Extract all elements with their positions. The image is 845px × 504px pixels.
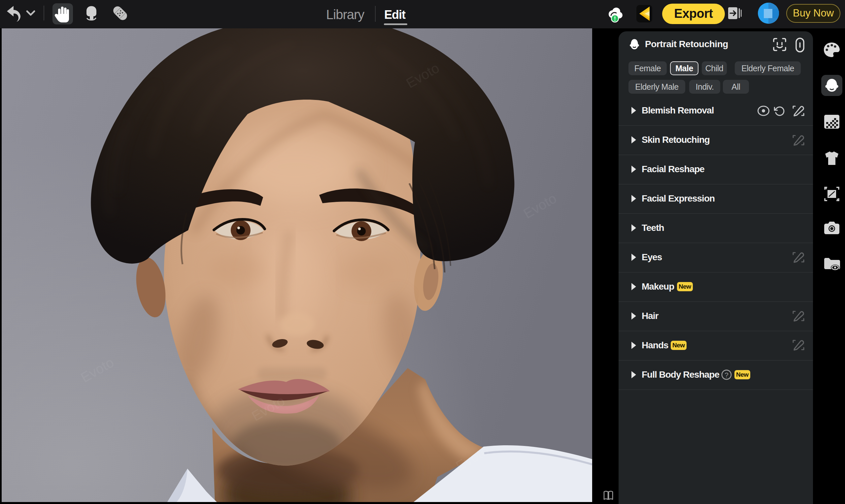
svg-text:?: ? — [724, 371, 728, 379]
